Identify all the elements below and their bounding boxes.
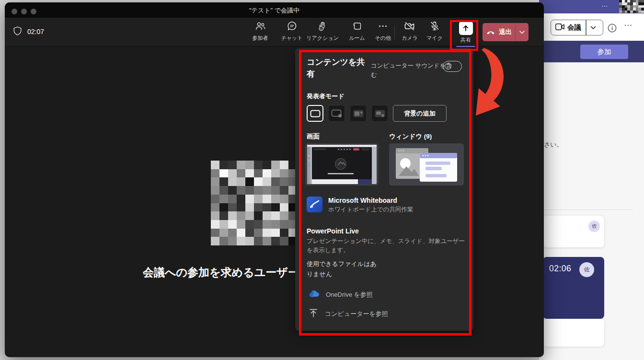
- mic-off-icon: [429, 21, 440, 33]
- chat-card[interactable]: [543, 319, 604, 347]
- ellipsis-icon: [378, 21, 388, 33]
- more-actions-button[interactable]: その他: [368, 21, 398, 42]
- share-label: 共有: [460, 36, 471, 44]
- meeting-button-label: 会議: [567, 23, 581, 32]
- share-tray-icon: [459, 21, 473, 35]
- people-icon: [255, 21, 266, 33]
- camera-off-icon: [404, 21, 415, 33]
- window-titlebar: "テスト" で会議中: [5, 2, 544, 18]
- shield-icon: [13, 26, 22, 37]
- microsoft-whiteboard-icon: [307, 197, 322, 214]
- background-window-toolbar: 会議 ⋯: [539, 13, 644, 41]
- join-button[interactable]: 参加: [580, 45, 628, 59]
- browse-computer-label: コンピューターを参照: [325, 310, 388, 318]
- meeting-window: "テスト" で会議中 02:07 参加者 チャット リアクション: [5, 2, 544, 357]
- whiteboard-option[interactable]: Microsoft Whiteboard ホワイトボード上での共同作業: [307, 197, 413, 214]
- whiteboard-title: Microsoft Whiteboard: [328, 197, 413, 204]
- upload-icon: [309, 308, 318, 319]
- toggle-knob: [445, 63, 451, 70]
- leave-button[interactable]: 退出: [483, 23, 529, 41]
- powerpoint-live-title: PowerPoint Live: [307, 227, 359, 235]
- chat-label: チャット: [281, 35, 302, 42]
- chat-card[interactable]: 佐: [543, 216, 604, 247]
- stage-caption: 会議への参加を求めるユーザー: [143, 265, 299, 280]
- screen-share-thumbnail[interactable]: [305, 143, 379, 186]
- meeting-banner: 参加: [539, 41, 644, 62]
- screen-section-label: 画面: [307, 132, 320, 141]
- rooms-label: ルーム: [349, 35, 365, 42]
- presenter-mode-reporter[interactable]: [371, 105, 388, 122]
- computer-sound-label: コンピューター サウンドを含む: [371, 61, 452, 80]
- meeting-timer: 02:07: [13, 26, 44, 37]
- share-button[interactable]: 共有: [451, 21, 480, 44]
- more-label: その他: [375, 35, 391, 42]
- presenter-mode-side-by-side[interactable]: [350, 105, 367, 122]
- raised-hand-reaction-icon: [317, 21, 328, 33]
- message-time: 02:06: [549, 264, 571, 274]
- window-title: "テスト" で会議中: [5, 6, 544, 15]
- avatar: 佐: [588, 221, 600, 232]
- presenter-mode-label: 発表者モード: [307, 92, 345, 101]
- background-window-titlebar: ⋯: [539, 0, 644, 13]
- info-icon[interactable]: [608, 23, 617, 35]
- clipped-chat-text: さい。: [544, 140, 563, 149]
- mic-button[interactable]: マイク: [420, 21, 449, 42]
- powerpoint-live-description: プレゼンテーション中に、メモ、スライド、対象ユーザーを表示します。: [307, 237, 468, 255]
- timer-value: 02:07: [27, 28, 44, 35]
- chevron-down-icon[interactable]: [586, 20, 600, 35]
- leave-label: 退出: [499, 28, 512, 36]
- hangup-phone-icon: [486, 29, 495, 36]
- camera-icon: [555, 23, 564, 32]
- blurred-avatar: [619, 0, 644, 13]
- whiteboard-subtitle: ホワイトボード上での共同作業: [328, 206, 413, 214]
- meeting-message-card[interactable]: 02:06 佐: [543, 257, 604, 319]
- chat-icon: [287, 21, 297, 33]
- presenter-mode-standout[interactable]: [328, 105, 345, 122]
- windows-section-label: ウィンドウ (9): [389, 132, 432, 141]
- chevron-down-icon[interactable]: [516, 23, 529, 41]
- window-share-thumbnail[interactable]: [389, 143, 464, 186]
- presenter-mode-content-only[interactable]: [307, 105, 323, 122]
- chat-divider: [544, 209, 633, 210]
- browse-onedrive-label: OneDrive を参照: [326, 290, 373, 299]
- camera-label: カメラ: [402, 35, 418, 42]
- share-content-panel: コンテンツを共有 コンピューター サウンドを含む 発表者モード 背景の追加 画面…: [295, 48, 473, 331]
- more-options-icon[interactable]: ⋯: [624, 20, 632, 30]
- computer-sound-toggle[interactable]: [443, 61, 462, 72]
- meeting-toolbar: 02:07 参加者 チャット リアクション ルーム: [5, 18, 544, 46]
- reactions-button[interactable]: リアクション: [308, 21, 337, 42]
- browse-onedrive-button[interactable]: OneDrive を参照: [309, 290, 373, 299]
- participants-label: 参加者: [253, 35, 268, 42]
- panel-title: コンテンツを共有: [307, 57, 368, 80]
- avatar: 佐: [579, 262, 594, 277]
- participants-button[interactable]: 参加者: [245, 21, 275, 42]
- add-background-button[interactable]: 背景の追加: [393, 105, 447, 122]
- no-files-text: 使用できるファイルはありません: [307, 259, 379, 279]
- blurred-content: [211, 161, 297, 245]
- breakout-rooms-icon: [352, 21, 362, 33]
- meeting-button[interactable]: 会議: [551, 20, 603, 35]
- reactions-label: リアクション: [306, 35, 339, 42]
- chat-button[interactable]: チャット: [277, 21, 307, 42]
- mic-label: マイク: [426, 35, 443, 42]
- background-teams-window: ⋯ 会議 ⋯ 参加 さい。 佐 02:06 佐: [539, 0, 644, 360]
- presenter-mode-options: [307, 105, 388, 122]
- rooms-button[interactable]: ルーム: [342, 21, 372, 42]
- titlebar-more-icon[interactable]: ⋯: [601, 2, 609, 10]
- browse-computer-button[interactable]: コンピューターを参照: [309, 308, 388, 319]
- onedrive-cloud-icon: [309, 290, 319, 299]
